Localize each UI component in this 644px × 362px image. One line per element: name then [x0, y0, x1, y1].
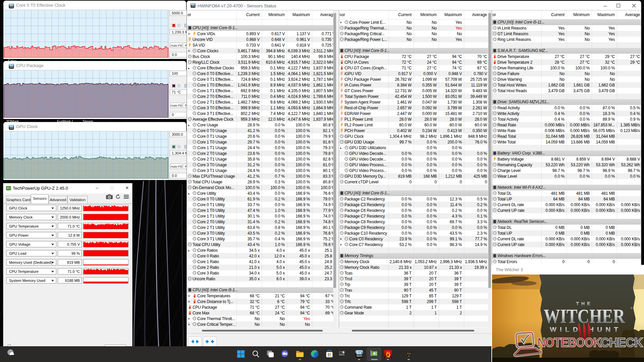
svg-text:®: ® — [631, 307, 633, 310]
svg-text:WITCHER: WITCHER — [544, 305, 625, 327]
svg-text:FurMark: FurMark — [386, 357, 390, 358]
